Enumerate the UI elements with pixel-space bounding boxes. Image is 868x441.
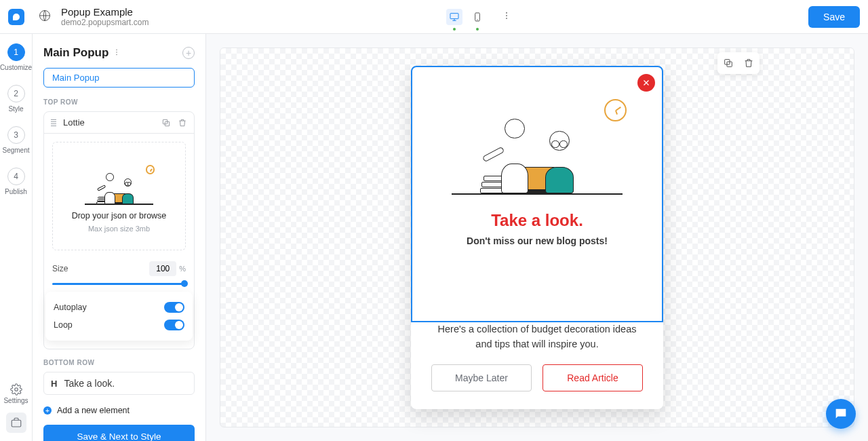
popup-illustration	[435, 85, 639, 200]
sidebar-title: Main Popup	[43, 46, 108, 60]
svg-point-4	[506, 15, 507, 16]
popup-preview[interactable]: Take a look. Don't miss our new blog pos…	[411, 66, 663, 409]
maybe-later-button[interactable]: Maybe Later	[431, 364, 532, 391]
svg-rect-1	[450, 13, 458, 18]
bottom-row-label: BOTTOM ROW	[43, 359, 195, 366]
chat-icon	[833, 406, 848, 421]
sidebar-more-button[interactable]	[113, 47, 121, 58]
settings-button[interactable]: Settings	[3, 383, 30, 404]
trash-icon[interactable]	[178, 118, 187, 128]
lottie-toggle-panel: Autoplay Loop	[45, 292, 193, 341]
dropzone-text: Drop your json or browse	[72, 211, 167, 220]
popup-chip[interactable]: Main Popup	[43, 68, 195, 88]
topbar: Popup Example demo2.popupsmart.com Save	[0, 0, 868, 34]
dropzone-subtext: Max json size 3mb	[88, 225, 150, 233]
campaign-domain: demo2.popupsmart.com	[61, 18, 149, 27]
add-popup-button[interactable]: +	[182, 47, 195, 59]
svg-point-3	[506, 12, 507, 14]
svg-rect-7	[12, 420, 21, 427]
close-icon	[642, 79, 650, 87]
step-style[interactable]: 2 Style	[3, 85, 30, 113]
preview-canvas: Take a look. Don't miss our new blog pos…	[206, 34, 868, 441]
autoplay-toggle[interactable]	[164, 302, 184, 313]
lottie-preview-illustration	[79, 159, 160, 207]
size-unit: %	[179, 265, 186, 273]
drag-handle-icon[interactable]	[51, 119, 56, 126]
add-element-button[interactable]: + Add a new element	[43, 406, 195, 415]
svg-point-5	[506, 18, 507, 19]
save-button[interactable]: Save	[808, 6, 860, 28]
element-floating-toolbar	[717, 52, 760, 74]
size-slider[interactable]	[52, 283, 186, 285]
autoplay-label: Autoplay	[54, 303, 87, 312]
globe-icon	[38, 9, 52, 24]
app-logo[interactable]	[8, 9, 24, 25]
step-nav: 1 Customize 2 Style 3 Segment 4 Publish …	[0, 34, 33, 441]
trash-icon[interactable]	[743, 58, 754, 69]
svg-point-8	[117, 50, 118, 51]
editor-sidebar: Main Popup + Main Popup TOP ROW Lottie	[33, 34, 206, 441]
popup-subtitle[interactable]: Don't miss our new blog posts!	[423, 235, 651, 246]
desktop-device-button[interactable]	[446, 9, 462, 25]
popup-body[interactable]: Here's a collection of budget decoration…	[411, 322, 663, 409]
mobile-device-button[interactable]	[469, 9, 486, 25]
step-publish[interactable]: 4 Publish	[3, 168, 30, 195]
lottie-dropzone[interactable]: Drop your json or browse Max json size 3…	[52, 142, 186, 250]
lottie-card-header[interactable]: Lottie	[44, 112, 194, 134]
popup-title[interactable]: Take a look.	[423, 211, 651, 230]
popup-close-button[interactable]	[637, 74, 655, 92]
size-label: Size	[52, 264, 149, 273]
chat-widget-button[interactable]	[826, 399, 856, 429]
heading-element-row[interactable]: H Take a look.	[43, 372, 195, 395]
step-segment[interactable]: 3 Segment	[3, 126, 30, 154]
device-toggle-group	[446, 9, 511, 25]
plus-icon: +	[43, 406, 52, 415]
loop-label: Loop	[54, 320, 73, 330]
lottie-element-name: Lottie	[63, 117, 155, 128]
popup-description[interactable]: Here's a collection of budget decoration…	[431, 322, 643, 352]
svg-point-9	[117, 52, 118, 53]
lottie-element-card: Lottie Drop your json or browse Max json…	[43, 111, 195, 349]
popup-top-selected[interactable]: Take a look. Don't miss our new blog pos…	[411, 66, 663, 322]
campaign-name: Popup Example	[61, 6, 149, 18]
heading-icon: H	[51, 379, 57, 389]
svg-point-10	[117, 54, 118, 56]
size-input[interactable]	[149, 261, 176, 276]
loop-toggle[interactable]	[164, 320, 184, 330]
svg-point-6	[14, 388, 18, 391]
save-next-button[interactable]: Save & Next to Style	[43, 425, 195, 441]
copy-icon[interactable]	[161, 118, 171, 128]
campaign-info: Popup Example demo2.popupsmart.com	[61, 6, 149, 27]
copy-icon[interactable]	[723, 58, 734, 69]
read-article-button[interactable]: Read Article	[542, 364, 643, 391]
more-options-button[interactable]	[502, 11, 511, 22]
popup-container: Take a look. Don't miss our new blog pos…	[411, 66, 663, 409]
step-customize[interactable]: 1 Customize	[3, 43, 30, 71]
briefcase-button[interactable]	[6, 413, 26, 433]
heading-element-text: Take a look.	[64, 378, 115, 389]
canvas-frame: Take a look. Don't miss our new blog pos…	[220, 47, 854, 427]
top-row-label: TOP ROW	[43, 98, 195, 106]
